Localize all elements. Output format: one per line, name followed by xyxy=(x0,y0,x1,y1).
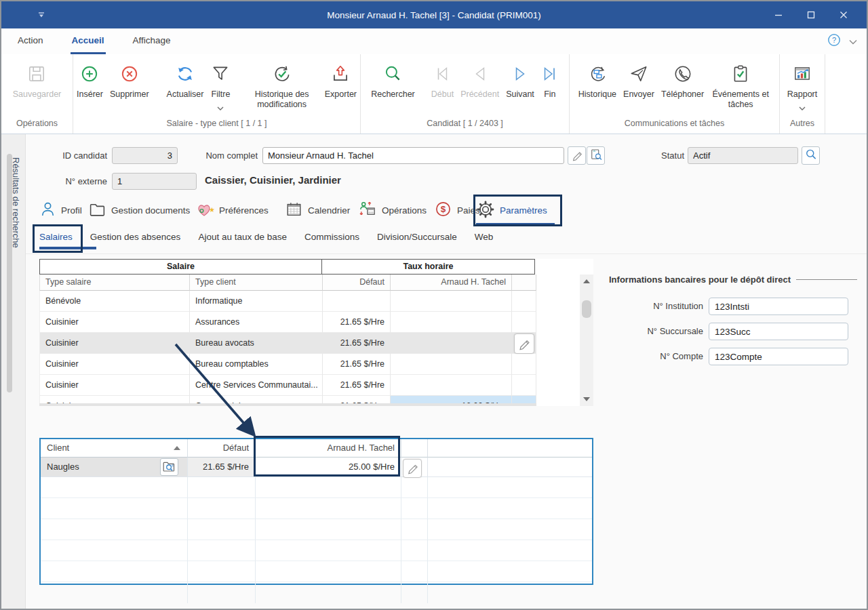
tab-operations[interactable]: Opérations xyxy=(358,200,434,220)
subtab-salaires[interactable]: Salaires xyxy=(39,232,73,242)
maximize-button[interactable] xyxy=(795,1,827,28)
title-bar: Monsieur Arnaud H. Tachel [3] - Candidat… xyxy=(1,1,867,28)
compte-input[interactable] xyxy=(709,348,848,365)
tab-preferences[interactable]: ★ Préférences xyxy=(195,201,285,220)
search-results-panel-tab[interactable]: Résultats de recherche xyxy=(1,134,26,609)
column-header-type-client[interactable]: Type client xyxy=(190,274,323,291)
tachel-rate-cell[interactable]: 25.00 $/Hre xyxy=(256,458,401,477)
export-button[interactable]: Exporter xyxy=(321,59,360,115)
table-row[interactable]: Cuisinier Commercial 21.65 $/Hre 16.00 $… xyxy=(40,396,536,403)
edit-row-button[interactable] xyxy=(514,333,534,354)
numero-externe-input[interactable] xyxy=(112,173,197,190)
help-icon[interactable]: ? xyxy=(827,33,841,49)
table-row[interactable] xyxy=(41,477,592,498)
insert-button[interactable]: Insérer xyxy=(73,59,106,115)
vertical-scrollbar[interactable] xyxy=(580,274,593,406)
table-row[interactable]: Cuisinier Bureau comptables 21.65 $/Hre xyxy=(40,354,536,375)
salary-table-group-header: Salaire Taux horaire xyxy=(39,259,593,274)
id-candidat-input[interactable] xyxy=(112,147,178,164)
nav-previous-button[interactable]: Précédent xyxy=(457,59,502,115)
nav-last-button[interactable]: Fin xyxy=(538,59,562,115)
scroll-up-icon[interactable] xyxy=(580,276,593,287)
menu-tab-accueil[interactable]: Accueil xyxy=(71,28,106,54)
table-row[interactable]: Bénévole Informatique xyxy=(40,291,536,312)
table-row[interactable]: Cuisinier Centre Services Communautai...… xyxy=(40,375,536,396)
refresh-button[interactable]: Actualiser xyxy=(163,59,208,115)
app-window: Monsieur Arnaud H. Tachel [3] - Candidat… xyxy=(0,0,868,610)
history-icon xyxy=(587,60,608,87)
events-tasks-button[interactable]: Événements et tâches xyxy=(707,59,774,115)
tab-paies[interactable]: $ Paies xyxy=(434,200,476,220)
client-cell[interactable]: Naugles xyxy=(41,458,188,477)
column-header-type-salaire[interactable]: Type salaire xyxy=(40,274,190,291)
succursale-input[interactable] xyxy=(709,323,848,340)
client-lookup-button[interactable] xyxy=(160,458,178,476)
column-header-tachel[interactable]: Arnaud H. Tachel xyxy=(256,439,401,458)
nom-complet-label: Nom complet xyxy=(197,150,258,161)
search-button[interactable]: Rechercher xyxy=(368,59,418,115)
history-modifications-button[interactable]: Historique des modifications xyxy=(242,59,321,115)
phone-button[interactable]: Téléphoner xyxy=(658,59,707,115)
active-tab-underline xyxy=(476,223,555,226)
candidate-roles: Caissier, Cuisinier, Jardinier xyxy=(205,174,341,186)
tab-parametres[interactable]: Paramètres xyxy=(476,200,557,221)
view-document-button[interactable] xyxy=(587,146,605,165)
history-button[interactable]: Historique xyxy=(575,59,620,115)
statut-lookup-button[interactable] xyxy=(802,146,820,165)
column-header-blank xyxy=(428,439,592,458)
edit-name-button[interactable] xyxy=(568,146,586,165)
horizontal-scrollbar[interactable] xyxy=(39,403,536,406)
ribbon-group-operations: Sauvegarder Opérations xyxy=(1,54,73,134)
table-row[interactable] xyxy=(41,540,592,561)
nav-last-icon xyxy=(541,60,559,87)
report-button[interactable]: Rapport xyxy=(784,59,821,115)
tab-calendrier[interactable]: Calendrier xyxy=(285,201,358,220)
save-button[interactable]: Sauvegarder xyxy=(9,59,65,115)
statut-input[interactable] xyxy=(688,147,798,164)
gear-icon xyxy=(476,200,495,221)
column-header-defaut[interactable]: Défaut xyxy=(323,274,391,291)
edit-rate-button[interactable] xyxy=(403,459,422,478)
table-row-selected[interactable]: Cuisinier Bureau avocats 21.65 $/Hre xyxy=(40,333,536,354)
column-header-tachel[interactable]: Arnaud H. Tachel xyxy=(391,274,512,291)
ribbon-collapse-icon[interactable] xyxy=(849,35,857,47)
table-row[interactable] xyxy=(41,498,592,519)
client-table-header-row: Client Défaut Arnaud H. Tachel xyxy=(41,439,592,458)
tab-gestion-documents[interactable]: Gestion documents xyxy=(88,201,195,220)
defaut-cell[interactable]: 21.65 $/Hre xyxy=(188,458,256,477)
nav-first-button[interactable]: Début xyxy=(428,59,457,115)
bank-section-title: Informations bancaires pour le dépôt dir… xyxy=(609,274,791,285)
institution-input[interactable] xyxy=(709,298,848,315)
send-button[interactable]: Envoyer xyxy=(620,59,658,115)
menu-tab-affichage[interactable]: Affichage xyxy=(132,28,172,54)
scroll-down-icon[interactable] xyxy=(580,394,593,405)
ribbon-group-label: Communications et tâches xyxy=(570,115,779,134)
filter-button[interactable]: Filtre xyxy=(207,59,234,115)
active-subtab-underline xyxy=(39,247,96,249)
table-row[interactable] xyxy=(41,561,592,582)
delete-icon xyxy=(119,60,140,87)
table-row[interactable] xyxy=(41,582,592,603)
subtab-web[interactable]: Web xyxy=(475,232,494,242)
subtab-gestion-absences[interactable]: Gestion des absences xyxy=(90,232,181,242)
nom-complet-input[interactable] xyxy=(262,147,564,164)
subtab-commissions[interactable]: Commissions xyxy=(304,232,359,242)
table-row-selected[interactable]: Naugles 21.65 $/Hre 25.00 $/Hre xyxy=(41,458,592,477)
minimize-button[interactable] xyxy=(762,1,795,28)
delete-button[interactable]: Supprimer xyxy=(106,59,153,115)
subtab-division-succursale[interactable]: Division/Succursale xyxy=(377,232,457,242)
column-header-blank xyxy=(512,274,536,291)
close-button[interactable] xyxy=(827,1,860,28)
person-icon xyxy=(39,201,56,220)
scrollbar-thumb[interactable] xyxy=(582,300,591,318)
column-header-defaut[interactable]: Défaut xyxy=(188,439,256,458)
numero-externe-label: N° externe xyxy=(33,176,107,186)
table-row[interactable] xyxy=(41,519,592,540)
subtab-ajout-taux-base[interactable]: Ajout au taux de base xyxy=(198,232,287,242)
insert-icon xyxy=(79,60,100,87)
table-row[interactable]: Cuisinier Assurances 21.65 $/Hre xyxy=(40,312,536,333)
tab-profil[interactable]: Profil xyxy=(39,201,88,220)
column-header-client[interactable]: Client xyxy=(41,439,188,458)
menu-tab-action[interactable]: Action xyxy=(16,28,45,54)
nav-next-button[interactable]: Suivant xyxy=(502,59,538,115)
